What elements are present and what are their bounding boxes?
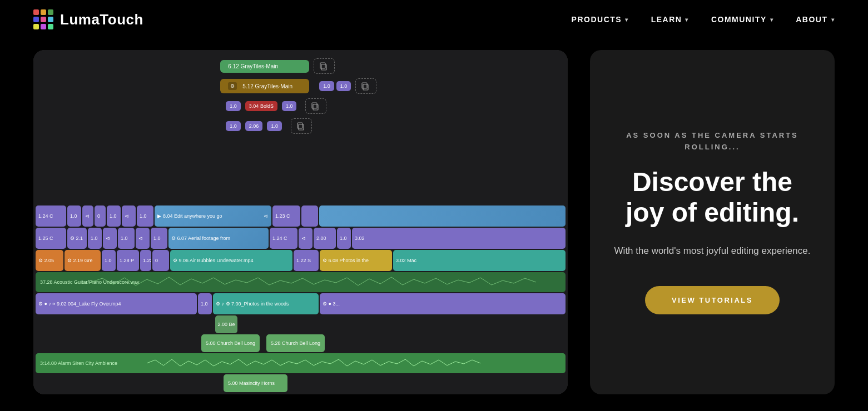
logo-dot — [33, 17, 39, 22]
clip-video: 1.0 — [151, 228, 167, 249]
nav-item-products[interactable]: PRODUCTS ▾ — [572, 15, 629, 24]
hero-headline: Discover the joy of editing. — [612, 167, 812, 228]
clip-video: 1.25 C — [36, 228, 66, 249]
bells-row: 2.00 Be — [36, 315, 566, 333]
audio-wave-container: 37.28 Acoustic Guitar/Piano Underscore.w… — [36, 272, 566, 292]
logo-dot — [33, 9, 39, 15]
drag-row-2: ⚙ 5.12 GrayTiles-Main 1.0 1.0 — [220, 78, 376, 94]
clip-video: ⊲ — [122, 206, 136, 227]
nav-link-learn[interactable]: LEARN ▾ — [651, 15, 689, 24]
logo-dot — [48, 17, 53, 22]
svg-rect-3 — [362, 83, 367, 88]
nav-link-products[interactable]: PRODUCTS ▾ — [572, 15, 629, 24]
clip-photos: ⚙ 6.08 Photos in the — [320, 250, 392, 271]
clip-video: 1.0 — [67, 206, 81, 227]
clip-video: 1.28 P — [117, 250, 139, 271]
drag-row-1: 6.12 GrayTiles-Main — [220, 58, 376, 74]
clip-video: 1.24 C — [36, 206, 66, 227]
logo-dot — [48, 24, 53, 29]
clip-video: 1.0 — [102, 250, 116, 271]
clip-vid: 1.0 — [198, 293, 212, 314]
right-panel: AS SOON AS THE CAMERA STARTS ROLLING... … — [590, 50, 835, 394]
svg-rect-5 — [312, 103, 317, 108]
chevron-down-icon: ▾ — [625, 17, 629, 23]
hero-subtitle: AS SOON AS THE CAMERA STARTS ROLLING... — [612, 130, 812, 153]
editor-panel: 6.12 GrayTiles-Main ⚙ 5.12 GrayTiles-Mai… — [33, 50, 568, 394]
clip-video: 1.0 — [137, 206, 153, 227]
clip-end — [319, 206, 566, 227]
hero-description: With the world's most joyful editing exp… — [614, 243, 811, 259]
copy-icon-2 — [355, 78, 376, 94]
svg-rect-0 — [321, 64, 326, 70]
main-nav: LumaTouch PRODUCTS ▾ LEARN ▾ COMMUNITY ▾… — [0, 0, 868, 39]
nav-item-community[interactable]: COMMUNITY ▾ — [711, 15, 773, 24]
alarm-track: 3:14.00 Alarm Siren City Ambience — [36, 353, 566, 373]
church-bell-2: 5.28 Church Bell Long — [266, 334, 325, 352]
clip-video: 1.0 — [88, 228, 102, 249]
clip-video: ⚙ 2.05 — [36, 250, 63, 271]
alarm-audio: 3:14.00 Alarm Siren City Ambience — [36, 353, 566, 373]
clip-video: 1.23 C — [272, 206, 300, 227]
clip-video: 3.02 — [352, 228, 566, 249]
clip-video — [301, 206, 318, 227]
clip-video: 1.0 — [337, 228, 351, 249]
clip-video: ⊲ — [299, 228, 313, 249]
logo-text: LumaTouch — [60, 11, 143, 28]
tl-row-5: ⚙ ● ♪ ≈ 9.02 004_Lake Fly Over.mp4 1.0 ⚙… — [33, 293, 568, 314]
drag-row-3: 1.0 3.04 BoldS 1.0 — [226, 98, 376, 114]
clip-video: 1.22 — [140, 250, 151, 271]
svg-rect-2 — [363, 84, 368, 90]
logo[interactable]: LumaTouch — [33, 9, 143, 29]
drag-clips-area: 6.12 GrayTiles-Main ⚙ 5.12 GrayTiles-Mai… — [220, 58, 376, 134]
svg-rect-1 — [320, 63, 325, 68]
clip-video: 0 — [152, 250, 169, 271]
svg-rect-4 — [313, 104, 318, 110]
church-bell-1: 5.00 Church Bell Long — [201, 334, 260, 352]
masincity-horns: 5.00 Masincity Horns — [224, 374, 287, 392]
logo-grid — [33, 9, 53, 29]
copy-icon-4 — [291, 118, 312, 134]
clip-aerial: ⚙ 6.07 Aerial footage from — [168, 228, 269, 249]
clip-edit-anywhere: ▶ 8.04 Edit anywhere you go ⊲ — [155, 206, 271, 227]
copy-icon-1 — [314, 58, 335, 74]
nav-link-about[interactable]: ABOUT ▾ — [796, 15, 835, 24]
clip-lake: ⚙ ● ♪ ≈ 9.02 004_Lake Fly Over.mp4 — [36, 293, 197, 314]
nav-item-about[interactable]: ABOUT ▾ — [796, 15, 835, 24]
clip-video: ⚙ 2.19 Gre — [65, 250, 101, 271]
clip-mac: 3.02 Mac — [393, 250, 566, 271]
copy-icon-3 — [305, 98, 326, 114]
tl-row-2: 1.25 C ⚙ 2.1 1.0 ⊲ 1.0 ⊲ 1.0 ⚙ 6.07 Aeri… — [33, 228, 568, 249]
chevron-down-icon: ▾ — [770, 17, 774, 23]
clip-graytiles-main-1: 6.12 GrayTiles-Main — [220, 60, 309, 73]
masincity-row: 5.00 Masincity Horns — [36, 374, 566, 392]
clip-video: 1.24 C — [270, 228, 297, 249]
clip-video: ⊲ — [82, 206, 93, 227]
chevron-down-icon: ▾ — [831, 17, 835, 23]
alarm-waveform — [147, 359, 480, 368]
bells-small: 2.00 Be — [215, 315, 237, 333]
nav-links: PRODUCTS ▾ LEARN ▾ COMMUNITY ▾ ABOUT ▾ — [572, 15, 835, 24]
main-content: 6.12 GrayTiles-Main ⚙ 5.12 GrayTiles-Mai… — [0, 39, 868, 411]
logo-dot — [41, 9, 46, 15]
badges-row-2: 1.0 1.0 — [319, 81, 351, 91]
drag-row-4: 1.0 2.06 1.0 — [226, 118, 376, 134]
clip-video: 1.0 — [118, 228, 135, 249]
clip-photos-woods: ⚙ ♪ ⚙ 7.00_Photos in the woods — [213, 293, 319, 314]
clip-video: 2.00 — [314, 228, 336, 249]
logo-dot — [48, 9, 53, 15]
chevron-down-icon: ▾ — [685, 17, 689, 23]
clip-video: ⊲ — [136, 228, 150, 249]
editor-inner: 6.12 GrayTiles-Main ⚙ 5.12 GrayTiles-Mai… — [33, 50, 568, 394]
timeline-area: 1.24 C 1.0 ⊲ 0 1.0 ⊲ 1.0 ▶ 8.04 Edit any… — [33, 206, 568, 393]
svg-rect-6 — [299, 124, 304, 130]
clip-airbubbles: ⚙ 9.06 Air Bubbles Underwater.mp4 — [170, 250, 292, 271]
nav-item-learn[interactable]: LEARN ▾ — [651, 15, 689, 24]
nav-link-community[interactable]: COMMUNITY ▾ — [711, 15, 773, 24]
clip-video: 1.0 — [107, 206, 121, 227]
clip-end: ⚙ ● 3... — [320, 293, 566, 314]
clip-graytiles-main-2: ⚙ 5.12 GrayTiles-Main — [220, 79, 309, 93]
logo-dot — [33, 24, 39, 29]
clip-video: 1.22 S — [294, 250, 319, 271]
logo-dot — [41, 24, 46, 29]
cta-button[interactable]: VIEW TUTORIALS — [645, 286, 780, 314]
